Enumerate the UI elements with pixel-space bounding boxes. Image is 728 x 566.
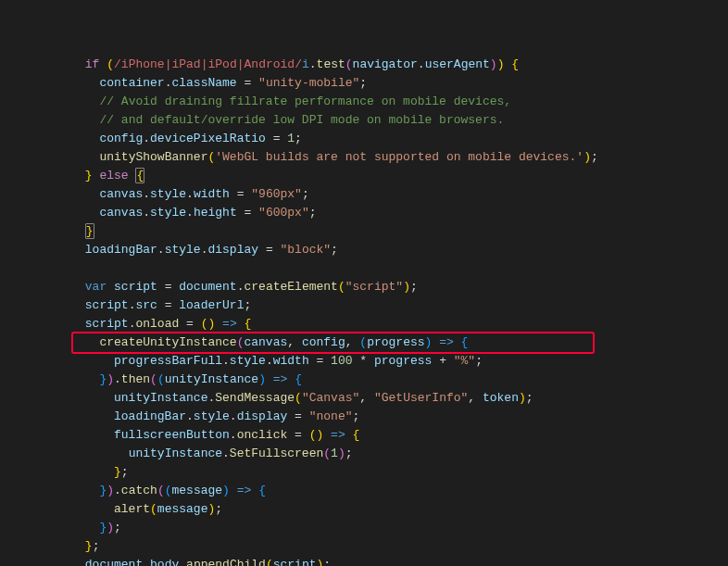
code-token: = [157,280,179,294]
code-token: ; [475,354,483,368]
code-token: , [359,391,374,405]
code-token: ; [215,502,222,516]
code-token: = [237,76,258,90]
code-token: src [135,298,157,312]
code-line[interactable]: loadingBar.style.display = "block"; [42,241,728,259]
code-line[interactable]: var script = document.createElement("scr… [42,278,728,296]
code-token: { [461,335,469,349]
code-line[interactable]: // and default/override low DPI mode on … [42,111,728,130]
code-token: catch [121,484,157,497]
code-line[interactable]: }; [42,463,728,482]
code-line[interactable] [42,259,728,278]
code-token: style [194,409,230,423]
code-token [454,335,461,349]
code-line[interactable]: createUnityInstance(canvas, config, (pro… [42,333,728,352]
code-token: style [150,206,186,220]
code-token: } [85,169,93,182]
code-token: { [295,372,302,386]
code-token: . [143,558,150,566]
code-token: . [114,484,121,497]
code-line[interactable]: }); [42,519,728,537]
code-line[interactable]: // Avoid draining fillrate performance o… [42,93,728,111]
code-line[interactable]: } [42,222,728,241]
code-line[interactable]: alert(message); [42,500,728,519]
code-token: display [237,409,288,423]
code-line[interactable]: unityInstance.SetFullscreen(1); [42,445,728,463]
code-token: | [237,57,245,71]
code-token: ; [295,132,302,145]
code-token: progressBarFull [114,354,222,368]
code-token: script [85,298,129,312]
code-token: = [157,298,179,312]
code-token: "script" [345,280,403,294]
code-token: devicePixelRatio [150,132,266,145]
code-token: ; [309,206,317,220]
code-token: else [99,169,135,182]
code-token: script [85,317,129,331]
code-line[interactable]: progressBarFull.style.width = 100 * prog… [42,352,728,371]
code-token: . [114,372,121,386]
code-line[interactable]: document.body.appendChild(script); [42,556,728,566]
code-token: => [439,335,454,349]
code-token: ) [107,521,114,535]
code-line[interactable]: if (/iPhone|iPad|iPod|Android/i.test(nav… [42,56,728,74]
code-token: => [237,484,252,497]
code-line[interactable]: }; [42,537,728,556]
code-token: // and default/override low DPI mode on … [99,113,504,127]
code-token: = [266,132,287,145]
code-line[interactable]: unityShowBanner('WebGL builds are not su… [42,148,728,167]
code-token: style [165,243,201,257]
code-token [251,484,258,497]
code-token: onclick [237,428,288,442]
code-line[interactable]: }).catch((message) => { [42,482,728,500]
code-line[interactable]: fullscreenButton.onclick = () => { [42,426,728,445]
code-token: . [222,447,230,460]
code-token: script [273,558,317,566]
code-token: ; [345,447,353,460]
code-token: . [418,57,425,71]
code-token: navigator [353,57,418,71]
code-token [266,372,273,386]
code-token [230,484,237,497]
code-token: ) [519,391,526,405]
code-line[interactable]: script.src = loaderUrl; [42,296,728,315]
code-line[interactable]: canvas.style.height = "600px"; [42,204,728,222]
code-token: . [179,558,186,566]
code-token: unityShowBanner [99,150,207,164]
code-token: config [99,132,143,145]
code-token: progress [367,335,424,349]
code-token: = [230,187,251,201]
code-line[interactable]: }).then((unityInstance) => { [42,371,728,389]
code-token: = [287,428,308,442]
code-token: { [353,428,360,442]
code-token: ; [410,280,418,294]
code-token: "Canvas" [302,391,359,405]
code-content[interactable]: if (/iPhone|iPad|iPod|Android/i.test(nav… [42,0,728,566]
code-token: ; [244,298,251,312]
code-token: userAgent [425,57,490,71]
code-line[interactable]: config.devicePixelRatio = 1; [42,130,728,148]
code-token: + [432,354,453,368]
code-token: . [266,354,273,368]
code-token: "unity-mobile" [258,76,359,90]
code-token: ( [157,484,165,497]
code-line[interactable]: } else { [42,167,728,185]
code-token: . [157,243,165,257]
code-line[interactable]: loadingBar.style.display = "none"; [42,408,728,426]
code-token: createUnityInstance [99,335,236,349]
code-line[interactable]: canvas.style.width = "960px"; [42,185,728,204]
code-token: ; [302,187,309,201]
code-token: createElement [244,280,337,294]
code-token: ( [165,484,172,497]
code-token: ) [403,280,410,294]
code-editor[interactable]: if (/iPhone|iPad|iPod|Android/i.test(nav… [0,0,728,566]
code-token: var [85,280,114,294]
code-token: message [172,484,223,497]
code-line[interactable]: unityInstance.SendMessage("Canvas", "Get… [42,389,728,408]
code-token: ) [222,484,230,497]
code-token: ( [157,372,165,386]
code-token: ) [584,150,591,164]
code-line[interactable]: container.className = "unity-mobile"; [42,74,728,93]
code-token: "960px" [251,187,302,201]
code-line[interactable]: script.onload = () => { [42,315,728,333]
